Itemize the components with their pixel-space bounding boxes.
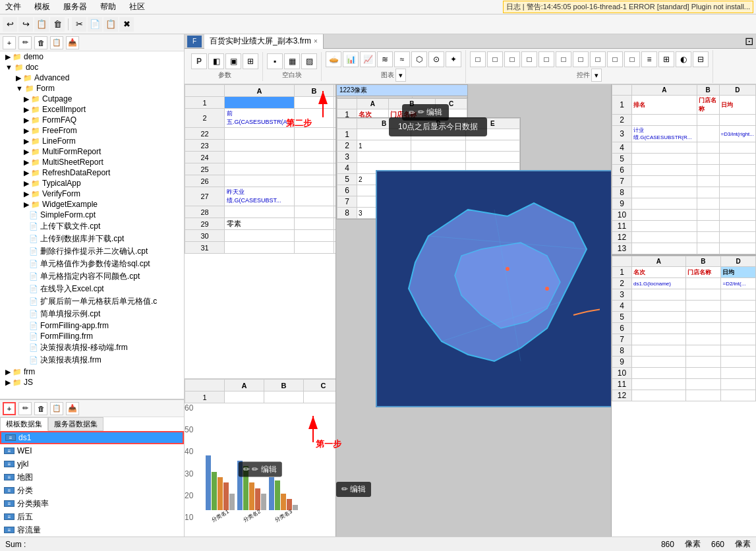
table-chart-btn[interactable]: ≋ [377,51,393,67]
blank-btn2[interactable]: ▦ [284,53,300,69]
chart-col-c[interactable]: C [304,380,336,392]
ctrl-btn12[interactable]: ⊞ [658,51,674,67]
ctrl-btn9[interactable]: □ [607,51,623,67]
tree-item-expand[interactable]: 📄扩展后前一单元格获后单元格值.c [0,295,184,308]
tree-item-multisheetreport[interactable]: ▶📁MultiSheetReport [0,157,184,167]
grid-cell[interactable] [304,392,336,403]
star-chart-btn[interactable]: ✦ [446,51,461,67]
grid-cell[interactable] [225,230,295,242]
grid-cell[interactable] [295,128,334,140]
tab-server-dataset[interactable]: 服务器数据集 [48,417,103,431]
tree-item-typicalapp[interactable]: ▶📁TypicalApp [0,178,184,188]
tree-item-excel[interactable]: 📄在线导入Excel.cpt [0,283,184,295]
dataset-item-category-freq[interactable]: ≡ 分类频率 [0,497,184,510]
col-a[interactable]: A [632,256,686,267]
grid-cell[interactable] [295,242,334,254]
grid-cell[interactable] [225,163,295,175]
maximize-btn[interactable]: ⊡ [745,35,753,47]
grid-cell[interactable] [295,152,334,163]
delete-btn[interactable]: 🗑 [50,17,65,32]
grid-cell[interactable] [295,230,334,242]
tree-item-freefrom[interactable]: ▶📁FreeFrom [0,125,184,136]
tree-item-formfilling-app[interactable]: 📄FormFilling-app.frm [0,320,184,331]
tree-item-decision-mobile[interactable]: 📄决策报表填报-移动端.frm [0,341,184,354]
menu-server[interactable]: 服务器 [61,1,90,13]
hex-chart-btn[interactable]: ⬡ [411,51,427,67]
delete-file-btn[interactable]: 🗑 [34,36,47,49]
tree-item-formfilling[interactable]: 📄FormFilling.frm [0,331,184,341]
menu-template[interactable]: 模板 [32,1,53,13]
chart-col-a[interactable]: A [225,380,264,392]
tree-item-lineform[interactable]: ▶📁LineForm [0,136,184,146]
refresh-btn[interactable]: ↩ [3,17,17,32]
tab-template-dataset[interactable]: 模板数据集 [0,417,48,431]
grid-cell[interactable] [264,392,304,403]
grid-cell-formula[interactable]: 前五.G(CASESUBSTR(A... [225,109,295,128]
grid-cell[interactable]: 排名 [632,96,697,115]
tree-item-form[interactable]: ▼ 📁 Form [0,83,184,94]
tree-item-verifyform[interactable]: ▶📁VerifyForm [0,188,184,199]
grid-cell[interactable] [225,152,295,163]
tab-close-btn[interactable]: × [314,38,318,45]
paste-btn[interactable]: 📋 [103,17,118,32]
tree-item-multiformreport[interactable]: ▶📁MultiFormReport [0,146,184,157]
grid-cell[interactable] [411,140,465,152]
tree-item-decision[interactable]: 📄决策报表填报.frm [0,354,184,366]
grid-cell[interactable] [295,140,334,152]
ctrl-btn3[interactable]: □ [504,51,520,67]
param-btn[interactable]: P [191,53,207,69]
col-header-b[interactable]: B [295,85,334,97]
main-grid-panel[interactable]: A B C 1 2前五.G(CASESUBSTR(A... 22 23 24 2… [185,84,336,536]
grid-cell[interactable] [465,140,519,152]
grid-cell[interactable] [225,97,295,109]
blank-btn3[interactable]: ▨ [301,53,317,69]
grid-cell[interactable] [357,152,411,163]
add-file-btn[interactable]: + [3,36,16,49]
copy-dataset-btn[interactable]: 📋 [50,402,63,415]
blank-block-btn2[interactable]: ▣ [225,53,241,69]
col-d[interactable]: D [719,85,755,96]
tree-item-upload1[interactable]: 📄上传下载文件.cpt [0,220,184,233]
import-dataset-btn[interactable]: 📥 [66,402,79,415]
grid-cell[interactable] [295,175,334,187]
blank-block-btn1[interactable]: ◧ [208,53,224,69]
blank-btn1[interactable]: ▪ [267,53,283,69]
chart-dropdown[interactable]: ▾ [395,69,406,82]
grid-cell[interactable]: 日均 [719,96,755,115]
grid-cell[interactable]: 1 [357,140,411,152]
grid-cell[interactable] [225,128,295,140]
tree-item-js[interactable]: ▶ 📁 JS [0,377,184,388]
chart-edit-btn-2[interactable]: ✏ 编辑 [336,482,371,497]
grid-cell-formula[interactable]: =D2/int(... [721,278,756,289]
tree-item-cutpage[interactable]: ▶📁Cutpage [0,94,184,104]
col-header-a[interactable]: A [225,85,295,97]
dataset-item-volume[interactable]: ≡ 容流量 [0,523,184,536]
col-b[interactable]: B [697,85,719,96]
dataset-item-category[interactable]: ≡ 分类 [0,484,184,497]
col-b[interactable]: B [685,256,721,267]
tree-item-demo[interactable]: ▶ 📁 demo [0,51,184,62]
close-btn[interactable]: ✖ [119,17,134,32]
grid-cell[interactable] [295,206,334,218]
ctrl-btn6[interactable]: □ [556,51,571,67]
grid-cell[interactable] [225,175,295,187]
grid-cell[interactable]: 名次 [632,267,686,278]
grid-cell[interactable] [225,140,295,152]
control-dropdown[interactable]: ▾ [591,69,602,82]
tree-item-formfaq[interactable]: ▶📁FormFAQ [0,115,184,125]
grid-cell[interactable] [295,187,334,206]
grid-cell-formula[interactable]: ds1.G(locname) [632,278,686,289]
add-dataset-btn[interactable]: + [3,402,16,415]
grid-cell[interactable]: 门店名称 [685,267,721,278]
grid-cell[interactable] [295,109,334,128]
grid-cell[interactable] [225,242,295,254]
import-btn[interactable]: 📥 [66,36,79,49]
grid-cell[interactable] [411,152,465,163]
grid-cell[interactable]: 门店名称 [697,96,719,115]
chart-edit-btn[interactable]: ✏ ✏ 编辑 [238,462,281,477]
dataset-item-last5[interactable]: ≡ 后五 [0,510,184,523]
tree-item-delete[interactable]: 📄删除行操作提示并二次确认.cpt [0,245,184,258]
tree-item-color[interactable]: 📄单元格指定内容不同颜色.cpt [0,270,184,283]
dataset-item-wei[interactable]: ≡ WEI [0,444,184,457]
menu-help[interactable]: 帮助 [98,1,119,13]
